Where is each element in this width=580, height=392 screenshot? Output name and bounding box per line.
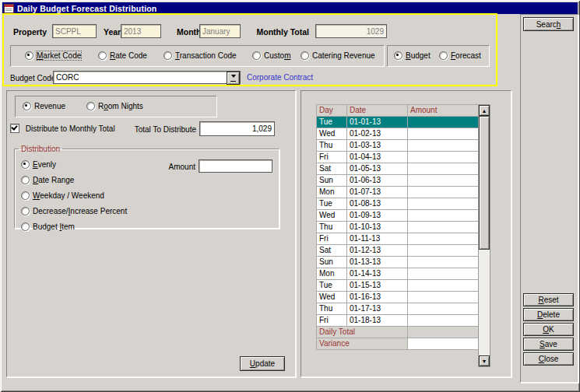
grid-cell <box>408 245 479 257</box>
budget-code-input[interactable] <box>53 71 241 84</box>
grid-row-01-08-13[interactable]: Tue01-08-13 <box>317 198 479 210</box>
dialog-window: Daily Budget Forecast Distribution Prope… <box>0 0 580 392</box>
save-button[interactable]: Save <box>523 338 574 351</box>
grid-cell: 01-07-13 <box>347 187 408 198</box>
radio-label: Revenue <box>34 102 65 110</box>
grid-cell: Tue <box>317 198 347 210</box>
radio-custom[interactable]: Custom <box>252 51 290 61</box>
radio-forecast[interactable]: Forecast <box>439 51 481 61</box>
grid-cell: 01-05-13 <box>347 163 408 175</box>
distribution-radio-group: EvenlyDate RangeWeekday / WeekendDecreas… <box>21 160 127 238</box>
amount-field[interactable] <box>199 159 272 173</box>
grid-row-01-14-13[interactable]: Mon01-14-13 <box>317 268 479 280</box>
month-field <box>199 24 241 38</box>
year-label: Year <box>104 27 121 37</box>
grid-cell: Mon <box>317 187 347 198</box>
radio-circle-icon <box>163 51 172 60</box>
grid-cell <box>408 117 479 128</box>
radio-circle-icon <box>21 222 30 231</box>
radio-label: Budget Item <box>33 222 75 231</box>
distribute-to-monthly-total-checkbox[interactable]: Distribute to Monthly Total <box>10 124 115 133</box>
radio-weekday-weekend[interactable]: Weekday / Weekend <box>21 191 127 201</box>
grid-row-01-12-13[interactable]: Sat01-12-13 <box>317 245 479 257</box>
budget-code-combobox[interactable] <box>53 71 241 84</box>
scroll-up-button[interactable]: ▲ <box>479 105 490 116</box>
footer-amount <box>408 338 479 350</box>
radio-evenly[interactable]: Evenly <box>21 160 127 170</box>
total-to-distribute-field[interactable] <box>199 121 275 136</box>
update-button[interactable]: Update <box>240 356 285 371</box>
grid-row-01-09-13[interactable]: Wed01-09-13 <box>317 210 479 222</box>
radio-circle-icon <box>21 191 30 200</box>
radio-circle-icon <box>98 51 107 60</box>
grid-row-01-06-13[interactable]: Sun01-06-13 <box>317 175 479 187</box>
grid-row-01-10-13[interactable]: Thu01-10-13 <box>317 222 479 233</box>
grid-row-01-15-13[interactable]: Tue01-15-13 <box>317 280 479 292</box>
search-button[interactable]: Search <box>523 17 574 31</box>
radio-label: Budget <box>406 51 431 60</box>
grid-row-01-07-13[interactable]: Mon01-07-13 <box>317 187 479 198</box>
radio-date-range[interactable]: Date Range <box>21 176 127 185</box>
radio-label: Catering Revenue <box>312 51 375 60</box>
radio-budget[interactable]: Budget <box>394 51 431 61</box>
button-stack: ResetDeleteOKSaveClose <box>523 293 574 367</box>
grid-cell: 01-10-13 <box>347 222 408 233</box>
radio-label: Rate Code <box>110 51 147 60</box>
radio-label: Weekday / Weekend <box>33 191 104 200</box>
app-icon <box>4 4 14 13</box>
grid-row-01-01-13[interactable]: Tue01-01-13 <box>317 117 479 128</box>
grid-cell <box>408 140 479 152</box>
grid-row-01-17-13[interactable]: Thu01-17-13 <box>317 303 479 315</box>
grid-cell: Wed <box>317 128 347 140</box>
radio-circle-icon <box>252 51 261 60</box>
radio-decrease-increase-percent[interactable]: Decrease/Increase Percent <box>21 207 127 216</box>
radio-rate-code[interactable]: Rate Code <box>98 51 147 61</box>
grid-row-01-16-13[interactable]: Wed01-16-13 <box>317 292 479 303</box>
property-field <box>52 24 97 38</box>
radio-revenue[interactable]: Revenue <box>23 101 65 111</box>
radio-circle-icon <box>21 176 30 184</box>
total-to-distribute-label: Total To Distribute <box>135 125 196 134</box>
radio-budget-item[interactable]: Budget Item <box>21 222 127 232</box>
ok-button[interactable]: OK <box>523 323 574 336</box>
grid-cell: Wed <box>317 210 347 222</box>
grid-cell: Tue <box>317 280 347 292</box>
grid-row-01-02-13[interactable]: Wed01-02-13 <box>317 128 479 140</box>
property-label: Property <box>13 27 47 37</box>
column-header-date: Date <box>347 105 408 117</box>
radio-catering-revenue[interactable]: Catering Revenue <box>301 51 375 61</box>
revenue-type-radio-group: RevenueRoom Nights <box>15 96 217 117</box>
title-bar[interactable]: Daily Budget Forecast Distribution <box>2 2 578 14</box>
monthly-total-label: Monthly Total <box>257 27 309 37</box>
table-scrollbar[interactable]: ▲ ▼ <box>478 104 490 367</box>
scrollbar-thumb[interactable] <box>479 116 490 250</box>
grid-row-01-13-13[interactable]: Sun01-13-13 <box>317 257 479 268</box>
grid-cell: 01-16-13 <box>347 292 408 303</box>
radio-circle-icon <box>21 160 30 169</box>
radio-transaction-code[interactable]: Transaction Code <box>163 51 237 61</box>
grid-cell: Thu <box>317 222 347 233</box>
action-button-panel: Search ResetDeleteOKSaveClose <box>520 14 578 383</box>
reset-button[interactable]: Reset <box>523 293 574 306</box>
close-button[interactable]: Close <box>523 352 574 366</box>
checkbox-label: Distribute to Monthly Total <box>26 124 115 133</box>
grid-cell: 01-03-13 <box>347 140 408 152</box>
grid-row-01-03-13[interactable]: Thu01-03-13 <box>317 140 479 152</box>
grid-row-01-05-13[interactable]: Sat01-05-13 <box>317 163 479 175</box>
distribution-group-title: Distribution <box>19 145 62 153</box>
grid-cell: Sat <box>317 245 347 257</box>
budget-code-description: Corporate Contract <box>247 73 313 82</box>
grid-row-01-18-13[interactable]: Fri01-18-13 <box>317 315 479 327</box>
checkbox-icon <box>10 124 19 133</box>
budget-code-dropdown-button[interactable] <box>227 72 240 85</box>
radio-room-nights[interactable]: Room Nights <box>86 101 143 111</box>
grid-cell: 01-01-13 <box>347 117 408 128</box>
grid-row-01-11-13[interactable]: Fri01-11-13 <box>317 233 479 245</box>
grid-row-01-04-13[interactable]: Fri01-04-13 <box>317 152 479 163</box>
radio-market-code[interactable]: Market Code <box>25 51 81 61</box>
scroll-down-button[interactable]: ▼ <box>479 355 490 366</box>
radio-circle-icon <box>21 207 30 215</box>
grid-footer-daily-total: Daily Total <box>317 327 479 338</box>
delete-button[interactable]: Delete <box>523 308 574 321</box>
radio-label: Market Code <box>37 51 81 60</box>
